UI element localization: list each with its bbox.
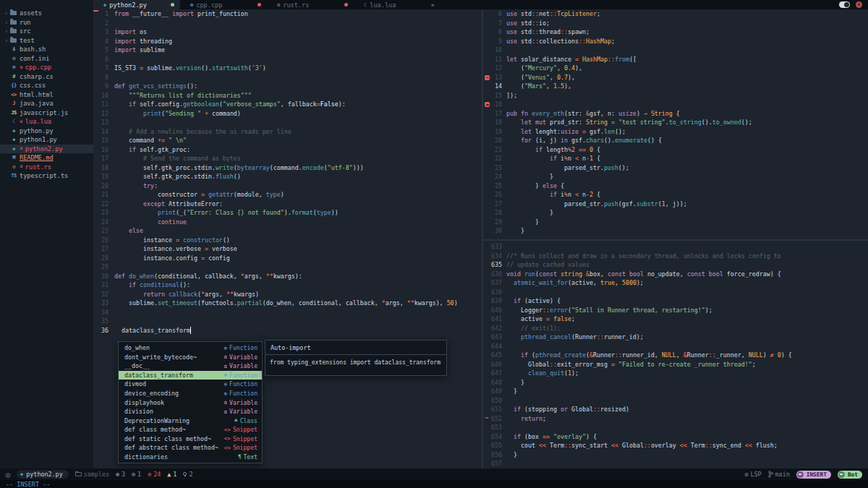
code-line[interactable]: 639 if (active) { (483, 296, 868, 306)
code-line[interactable]: 2 (93, 19, 482, 28)
code-line[interactable]: 18 let mut prsd_str: String = "test stri… (483, 118, 868, 127)
code-line[interactable]: 654 if (box == "overlay") { (483, 432, 868, 442)
sidebar-file-css.css[interactable]: {}css.css (0, 81, 93, 90)
code-line[interactable]: 26 instance = constructor() (93, 236, 482, 245)
code-line[interactable]: 3import os (93, 27, 482, 37)
code-line[interactable]: 656 } (483, 450, 868, 460)
code-line[interactable]: 13 (93, 118, 482, 127)
code-line[interactable]: 646 Global::exit_error_msg = "Failed to … (483, 360, 868, 369)
code-line[interactable]: 9def get_vcs_settings(): (93, 82, 482, 91)
autocomplete-item-displayhook[interactable]: displayhookαVariable (119, 398, 262, 407)
code-line[interactable]: 24 } (483, 172, 868, 181)
sidebar-folder-test[interactable]: ›test (0, 36, 93, 46)
project-chip[interactable]: samples (75, 471, 109, 478)
sidebar-file-python2.py[interactable]: ◆×python2.py (0, 145, 93, 154)
autocomplete-item-DeprecationWarning[interactable]: DeprecationWarning♣Class (119, 416, 262, 425)
layout-toggle-icon[interactable] (839, 1, 850, 8)
code-line[interactable]: 21 constructor = getattr(module, type) (93, 190, 482, 200)
code-line[interactable]: 657 (483, 459, 868, 468)
code-line[interactable]: 23 parsed_str.push(); (483, 163, 868, 173)
code-line[interactable]: ~652 return; (483, 414, 868, 424)
sidebar-file-csharp.cs[interactable]: #csharp.cs (0, 72, 93, 82)
code-line[interactable]: 1from __future__ import print_function (93, 9, 482, 19)
code-line[interactable]: 18 self.gtk_proc.stdin.write(bytearray(c… (93, 163, 482, 173)
code-line[interactable]: 30 } (483, 226, 868, 236)
code-line[interactable]: 17 # Send the command as bytes (93, 154, 482, 163)
code-line[interactable]: 36 dataclass_transform (93, 326, 482, 335)
code-line[interactable]: 15]); (483, 91, 868, 100)
code-line[interactable]: 30def do_when(conditional, callback, *ar… (93, 272, 482, 281)
sidebar-file-typescript.ts[interactable]: TStypescript.ts (0, 171, 93, 181)
code-line[interactable]: 29 } (483, 218, 868, 227)
code-line[interactable]: 644 (483, 342, 868, 351)
autocomplete-item-do_when[interactable]: do_when⊛Function (119, 343, 262, 353)
record-icon[interactable]: ◎ (6, 471, 10, 479)
diff-removed[interactable]: ⊖ 1 (132, 471, 141, 478)
code-line[interactable]: 7use std::io; (483, 19, 868, 28)
code-line[interactable]: 23 print(_("Error: Class {} not found").… (93, 208, 482, 218)
code-line[interactable]: 11 if self.config.getboolean("verbose_st… (93, 100, 482, 109)
sidebar-file-java.java[interactable]: Jjava.java (0, 99, 93, 108)
tab-rust.rs[interactable]: ⚙rust.rs (267, 0, 354, 9)
code-line[interactable]: 641 active = false; (483, 314, 868, 324)
code-line[interactable]: 636void run(const string &box, const boo… (483, 270, 868, 279)
code-line[interactable]: 31 if conditional(): (93, 281, 482, 290)
code-line[interactable]: 5import sublime (93, 46, 482, 55)
sidebar-folder-assets[interactable]: ›assets (0, 9, 93, 18)
code-line[interactable]: 14 ("Mars", 1.5), (483, 82, 868, 91)
code-line[interactable]: 645 if (pthread_create(&Runner::runner_i… (483, 351, 868, 360)
tab-cpp.cpp[interactable]: ⊕cpp.cpp (180, 0, 267, 9)
sidebar-file-conf.ini[interactable]: ⚙conf.ini (0, 54, 93, 64)
code-line[interactable]: 22 except AttributeError: (93, 200, 482, 209)
tab-close-icon[interactable]: × (431, 1, 435, 9)
code-line[interactable]: 12 ("Mercury", 0.4), (483, 64, 868, 73)
code-line[interactable]: 8use std::thread::spawn; (483, 27, 868, 37)
sidebar-file-html.html[interactable]: <>html.html (0, 90, 93, 100)
code-line[interactable]: 642 // exit(1); (483, 324, 868, 333)
sidebar-file-bash.sh[interactable]: $bash.sh (0, 45, 93, 54)
code-line[interactable]: 25 else (93, 226, 482, 236)
code-line[interactable]: 10 """Returns list of dictionaries""" (93, 91, 482, 100)
sidebar-file-python.py[interactable]: ◆python.py (0, 127, 93, 136)
code-line[interactable]: 16 if self.gtk_proc: (93, 145, 482, 155)
code-line[interactable]: 11let solar_distance = HashMap::from([ (483, 55, 868, 64)
autocomplete-item-def-static-class-method-[interactable]: def static class method~<>Snippet (119, 434, 262, 443)
code-line[interactable]: 633 (483, 242, 868, 252)
code-line[interactable]: 650 (483, 396, 868, 406)
git-branch[interactable]: main (768, 471, 790, 478)
editor-pane-rust[interactable]: 6use std::net::TcpListener;7use std::io;… (483, 9, 868, 239)
autocomplete-item-dont_write_bytecode-[interactable]: dont_write_bytecode~αVariable (119, 353, 262, 362)
code-line[interactable]: 634//* Runs collect and draw in a second… (483, 252, 868, 261)
code-line[interactable]: 7IS_ST3 = sublime.version().startswith('… (93, 64, 482, 73)
code-line[interactable]: 6use std::net::TcpListener; (483, 9, 868, 19)
autocomplete-item-dataclass_transform[interactable]: dataclass_transform⊛Function (119, 371, 262, 380)
code-line[interactable]: 13 ("Venus", 0.7), (483, 73, 868, 82)
warning-count-item[interactable]: ▲ 1 (167, 471, 176, 478)
code-line[interactable]: 649 } (483, 387, 868, 396)
code-line[interactable]: 34 (93, 308, 482, 317)
code-line[interactable]: 647 clean_quit(1); (483, 369, 868, 378)
error-count-item[interactable]: ⊗ 24 (148, 471, 161, 478)
sidebar-file-cpp.cpp[interactable]: ⊕×cpp.cpp (0, 63, 93, 72)
code-line[interactable]: 637 atomic_wait_for(active, true, 5000); (483, 278, 868, 288)
code-line[interactable]: 653 (483, 423, 868, 432)
code-line[interactable]: 27 instance.verbose = verbose (93, 244, 482, 254)
code-line[interactable]: 27 parsed_str.push(gsf.substr(1, j)); (483, 200, 868, 209)
code-line[interactable]: 651 if (stopping or Global::resized) (483, 405, 868, 414)
code-line[interactable]: 10 (483, 46, 868, 55)
code-line[interactable]: 32 return callback(*args, **kwargs) (93, 290, 482, 299)
autocomplete-item-def-class-method-[interactable]: def class method~<>Snippet (119, 425, 262, 435)
sidebar-file-rust.rs[interactable]: ⚙×rust.rs (0, 163, 93, 172)
code-line[interactable]: 24 continue (93, 218, 482, 227)
autocomplete-item-divmod[interactable]: divmod⊛Function (119, 380, 262, 389)
autocomplete-item-__doc__[interactable]: __doc__αVariable (119, 361, 262, 371)
code-line[interactable]: 29 (93, 262, 482, 272)
sidebar-folder-run[interactable]: ›run (0, 18, 93, 27)
code-line[interactable]: 28 instance.config = config (93, 254, 482, 263)
autocomplete-item-dictionaries[interactable]: dictionaries¶Text (119, 453, 262, 462)
code-line[interactable]: 22 if i%n < n-1 { (483, 154, 868, 163)
code-line[interactable]: 25 } else { (483, 181, 868, 191)
code-line[interactable]: 635// update cached values (483, 260, 868, 270)
editor-pane-cpp[interactable]: 633634//* Runs collect and draw in a sec… (483, 241, 868, 468)
sidebar-file-python1.py[interactable]: ◆python1.py (0, 135, 93, 145)
